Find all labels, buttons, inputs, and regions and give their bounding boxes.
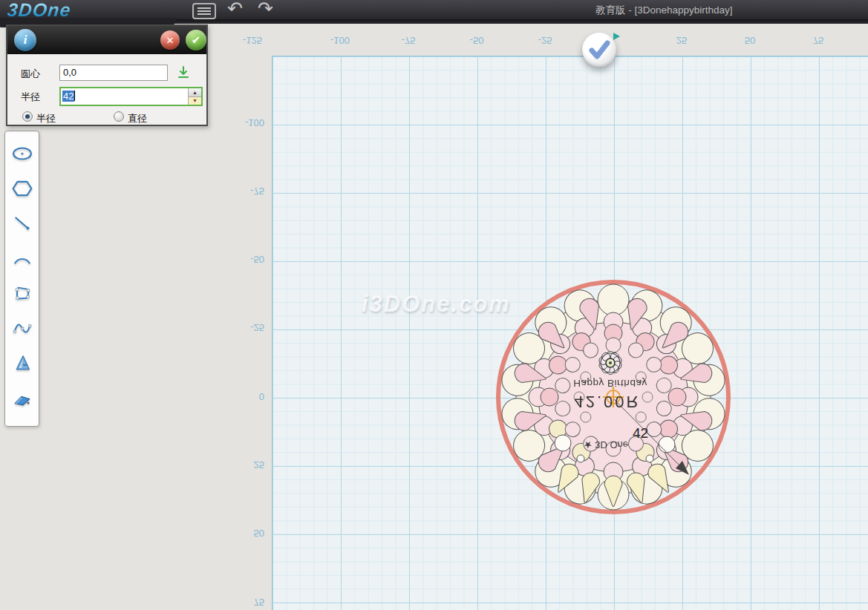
- dimension-value: 42: [633, 425, 648, 442]
- axis-label: 25: [676, 35, 687, 46]
- title-bar: [0, 0, 868, 19]
- window-title: 教育版 - [3Donehappybirthday]: [595, 4, 733, 17]
- axis-label: -100: [330, 35, 350, 46]
- spinner-up-icon[interactable]: ▲: [189, 88, 201, 97]
- axis-label: 50: [254, 528, 264, 539]
- polygon-icon[interactable]: [12, 178, 33, 199]
- line-icon[interactable]: [12, 213, 33, 234]
- info-icon: i: [14, 29, 36, 51]
- radio-diameter-label: 直径: [128, 112, 147, 125]
- cancel-button[interactable]: ✕: [160, 30, 180, 50]
- text-caret: [74, 91, 75, 101]
- sketch-toolbar: [4, 131, 39, 427]
- dialog-header: i ✕ ✔: [7, 26, 206, 54]
- axis-label: -50: [250, 254, 264, 265]
- snap-cursor-wedge: [613, 33, 620, 40]
- radius-spinner: ▲ ▼: [188, 88, 201, 105]
- 3done-app: { "titlebar": { "logo": "3DOne", "title"…: [0, 0, 868, 610]
- redo-icon[interactable]: ↷: [258, 0, 273, 19]
- axis-label: 25: [254, 459, 264, 470]
- center-label: 圆心: [21, 68, 40, 81]
- menu-icon[interactable]: [192, 3, 216, 19]
- circle-dialog: i ✕ ✔ 圆心 0,0 半径 42 ▲ ▼ 半径 直径: [6, 24, 208, 126]
- axis-label: 50: [745, 35, 755, 46]
- ok-button[interactable]: ✔: [186, 30, 206, 50]
- axis-label: -100: [245, 117, 264, 128]
- polyline-icon[interactable]: [12, 283, 33, 304]
- confirm-circle-button[interactable]: [582, 33, 616, 67]
- extrude-plane-icon[interactable]: [12, 387, 33, 408]
- radio-radius-label: 半径: [36, 112, 56, 125]
- cake-text-happy-birthday: Happy Birthday: [551, 378, 670, 389]
- undo-icon[interactable]: ↶: [227, 0, 243, 19]
- spline-icon[interactable]: [12, 318, 33, 338]
- arc-icon[interactable]: [12, 248, 33, 269]
- grid-plane: [272, 56, 868, 610]
- radius-label: 半径: [21, 91, 40, 104]
- center-input[interactable]: 0,0: [59, 65, 168, 81]
- axis-label: -75: [250, 186, 264, 197]
- spinner-down-icon[interactable]: ▼: [189, 97, 201, 105]
- radio-radius[interactable]: [22, 111, 33, 122]
- axis-label: -125: [243, 35, 262, 46]
- axis-label: -50: [470, 35, 484, 46]
- cake-text-radius: 42.00R: [552, 392, 663, 411]
- solid-triangle-icon[interactable]: [12, 352, 33, 373]
- axis-label: -25: [250, 322, 264, 333]
- radio-diameter[interactable]: [114, 111, 124, 122]
- axis-label: -25: [538, 35, 552, 46]
- axis-label: 75: [813, 35, 823, 46]
- check-icon: [583, 33, 616, 66]
- axis-label: 0: [259, 391, 264, 402]
- ellipse-icon[interactable]: [12, 143, 33, 164]
- axis-label: -75: [402, 35, 416, 46]
- selected-text: 42: [62, 91, 74, 102]
- radius-input[interactable]: 42 ▲ ▼: [59, 87, 203, 106]
- app-logo: 3DOne: [6, 0, 72, 21]
- watermark: i3DOne.com: [362, 291, 511, 318]
- pick-point-icon[interactable]: [176, 65, 191, 80]
- axis-label: 75: [254, 597, 264, 608]
